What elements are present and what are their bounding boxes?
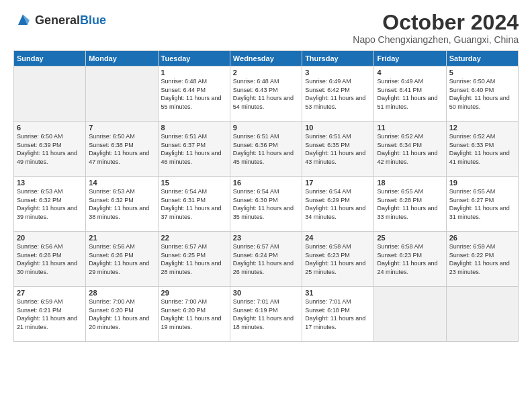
weekday-header-row: SundayMondayTuesdayWednesdayThursdayFrid… — [14, 51, 519, 66]
sunset-label: Sunset: 6:20 PM — [89, 307, 134, 314]
day-detail: Sunrise: 6:48 AMSunset: 6:43 PMDaylight:… — [233, 77, 299, 111]
daylight-label: Daylight: 11 hours and 30 minutes. — [17, 260, 77, 275]
sunset-label: Sunset: 6:42 PM — [305, 87, 350, 93]
daylight-label: Daylight: 11 hours and 28 minutes. — [161, 260, 222, 275]
daylight-label: Daylight: 11 hours and 35 minutes. — [233, 205, 294, 220]
daylight-label: Daylight: 11 hours and 38 minutes. — [89, 205, 149, 220]
weekday-header-saturday: Saturday — [446, 51, 518, 66]
sunset-label: Sunset: 6:20 PM — [161, 307, 206, 314]
sunrise-label: Sunrise: 6:59 AM — [17, 298, 63, 305]
daylight-label: Daylight: 11 hours and 46 minutes. — [161, 150, 222, 165]
day-number: 24 — [305, 234, 371, 242]
calendar-cell: 4Sunrise: 6:49 AMSunset: 6:41 PMDaylight… — [374, 66, 446, 122]
sunset-label: Sunset: 6:21 PM — [17, 307, 62, 314]
sunset-label: Sunset: 6:38 PM — [89, 142, 134, 148]
calendar-cell: 17Sunrise: 6:54 AMSunset: 6:29 PMDayligh… — [302, 177, 374, 232]
day-number: 18 — [377, 179, 443, 187]
daylight-label: Daylight: 11 hours and 39 minutes. — [17, 205, 77, 220]
sunrise-label: Sunrise: 6:54 AM — [161, 188, 208, 195]
day-number: 31 — [305, 289, 371, 297]
sunset-label: Sunset: 6:18 PM — [305, 307, 350, 314]
daylight-label: Daylight: 11 hours and 49 minutes. — [17, 150, 77, 165]
sunrise-label: Sunrise: 6:56 AM — [89, 243, 135, 250]
daylight-label: Daylight: 11 hours and 33 minutes. — [377, 205, 437, 220]
day-detail: Sunrise: 6:53 AMSunset: 6:32 PMDaylight:… — [89, 187, 154, 221]
day-number: 16 — [233, 179, 299, 187]
sunrise-label: Sunrise: 7:01 AM — [233, 298, 279, 305]
day-number: 20 — [17, 234, 83, 242]
calendar-cell: 29Sunrise: 7:00 AMSunset: 6:20 PMDayligh… — [158, 287, 230, 342]
day-detail: Sunrise: 6:52 AMSunset: 6:34 PMDaylight:… — [377, 132, 443, 166]
day-number: 1 — [161, 68, 227, 77]
sunset-label: Sunset: 6:43 PM — [233, 87, 278, 93]
sunrise-label: Sunrise: 7:00 AM — [161, 298, 208, 305]
daylight-label: Daylight: 11 hours and 55 minutes. — [161, 95, 222, 110]
sunrise-label: Sunrise: 6:58 AM — [305, 243, 351, 250]
day-detail: Sunrise: 6:58 AMSunset: 6:23 PMDaylight:… — [377, 242, 443, 276]
sunset-label: Sunset: 6:26 PM — [89, 252, 134, 259]
daylight-label: Daylight: 11 hours and 31 minutes. — [449, 205, 510, 220]
calendar-cell: 28Sunrise: 7:00 AMSunset: 6:20 PMDayligh… — [86, 287, 158, 342]
logo-general-text: General — [35, 13, 80, 27]
calendar-week-4: 20Sunrise: 6:56 AMSunset: 6:26 PMDayligh… — [14, 232, 519, 287]
calendar-cell: 26Sunrise: 6:59 AMSunset: 6:22 PMDayligh… — [446, 232, 518, 287]
day-number: 2 — [233, 68, 299, 77]
calendar-cell: 7Sunrise: 6:50 AMSunset: 6:38 PMDaylight… — [86, 122, 158, 177]
day-number: 25 — [377, 234, 443, 242]
day-number: 19 — [449, 179, 515, 187]
sunset-label: Sunset: 6:23 PM — [377, 252, 422, 259]
calendar-cell: 31Sunrise: 7:01 AMSunset: 6:18 PMDayligh… — [302, 287, 374, 342]
daylight-label: Daylight: 11 hours and 54 minutes. — [233, 95, 294, 110]
calendar-cell: 27Sunrise: 6:59 AMSunset: 6:21 PMDayligh… — [14, 287, 86, 342]
day-number: 14 — [89, 179, 154, 187]
calendar-cell — [86, 66, 158, 122]
calendar-cell: 24Sunrise: 6:58 AMSunset: 6:23 PMDayligh… — [302, 232, 374, 287]
day-number: 21 — [89, 234, 154, 242]
day-detail: Sunrise: 6:52 AMSunset: 6:33 PMDaylight:… — [449, 132, 515, 166]
weekday-header-monday: Monday — [86, 51, 158, 66]
calendar-week-3: 13Sunrise: 6:53 AMSunset: 6:32 PMDayligh… — [14, 177, 519, 232]
day-number: 11 — [377, 124, 443, 132]
sunset-label: Sunset: 6:32 PM — [17, 197, 62, 203]
day-detail: Sunrise: 6:57 AMSunset: 6:24 PMDaylight:… — [233, 242, 299, 276]
sunrise-label: Sunrise: 6:55 AM — [377, 188, 423, 195]
sunrise-label: Sunrise: 6:57 AM — [161, 243, 208, 250]
day-detail: Sunrise: 6:51 AMSunset: 6:37 PMDaylight:… — [161, 132, 227, 166]
sunset-label: Sunset: 6:19 PM — [233, 307, 278, 314]
sunrise-label: Sunrise: 6:51 AM — [305, 133, 351, 140]
sunset-label: Sunset: 6:32 PM — [89, 197, 134, 203]
day-number: 29 — [161, 289, 227, 297]
day-number: 6 — [17, 124, 83, 132]
sunset-label: Sunset: 6:24 PM — [233, 252, 278, 259]
daylight-label: Daylight: 11 hours and 42 minutes. — [377, 150, 437, 165]
calendar-cell — [14, 66, 86, 122]
calendar-cell: 11Sunrise: 6:52 AMSunset: 6:34 PMDayligh… — [374, 122, 446, 177]
daylight-label: Daylight: 11 hours and 34 minutes. — [305, 205, 365, 220]
day-detail: Sunrise: 6:51 AMSunset: 6:36 PMDaylight:… — [233, 132, 299, 166]
calendar-cell — [374, 287, 446, 342]
logo-blue-text: Blue — [80, 13, 106, 27]
calendar-cell: 12Sunrise: 6:52 AMSunset: 6:33 PMDayligh… — [446, 122, 518, 177]
day-number: 27 — [17, 289, 83, 297]
month-title: October 2024 — [353, 11, 519, 34]
daylight-label: Daylight: 11 hours and 51 minutes. — [377, 95, 437, 110]
day-number: 10 — [305, 124, 371, 132]
sunrise-label: Sunrise: 6:53 AM — [89, 188, 135, 195]
sunset-label: Sunset: 6:40 PM — [449, 87, 494, 93]
sunset-label: Sunset: 6:28 PM — [377, 197, 422, 203]
daylight-label: Daylight: 11 hours and 53 minutes. — [305, 95, 365, 110]
sunrise-label: Sunrise: 7:01 AM — [305, 298, 351, 305]
day-number: 12 — [449, 124, 515, 132]
daylight-label: Daylight: 11 hours and 45 minutes. — [233, 150, 294, 165]
daylight-label: Daylight: 11 hours and 19 minutes. — [161, 315, 222, 330]
sunset-label: Sunset: 6:36 PM — [233, 142, 278, 148]
daylight-label: Daylight: 11 hours and 29 minutes. — [89, 260, 149, 275]
day-number: 26 — [449, 234, 515, 242]
calendar-cell: 1Sunrise: 6:48 AMSunset: 6:44 PMDaylight… — [158, 66, 230, 122]
day-detail: Sunrise: 6:49 AMSunset: 6:42 PMDaylight:… — [305, 77, 371, 111]
sunrise-label: Sunrise: 6:54 AM — [233, 188, 279, 195]
sunrise-label: Sunrise: 6:49 AM — [377, 78, 423, 85]
sunset-label: Sunset: 6:31 PM — [161, 197, 206, 203]
calendar-cell: 5Sunrise: 6:50 AMSunset: 6:40 PMDaylight… — [446, 66, 518, 122]
calendar-week-1: 1Sunrise: 6:48 AMSunset: 6:44 PMDaylight… — [14, 66, 519, 122]
